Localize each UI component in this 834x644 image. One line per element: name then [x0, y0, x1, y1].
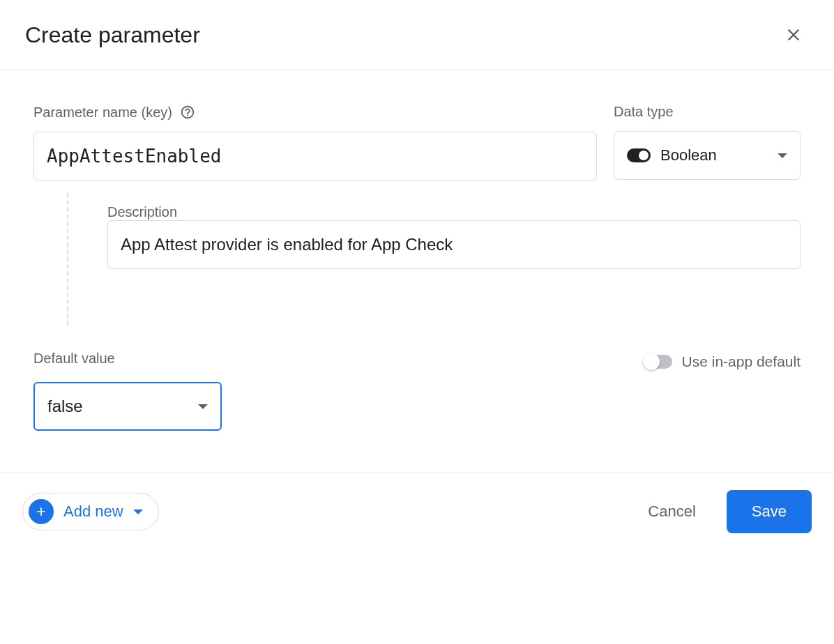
add-new-button[interactable]: Add new [22, 493, 159, 530]
tree-line [67, 193, 68, 325]
parameter-name-label-text: Parameter name (key) [33, 105, 172, 121]
description-content: Description [107, 193, 801, 325]
description-label: Description [107, 204, 177, 220]
dialog-header: Create parameter [0, 0, 834, 70]
default-value-label: Default value [33, 351, 222, 367]
description-input[interactable] [107, 220, 801, 269]
save-button[interactable]: Save [727, 490, 812, 533]
top-row: Parameter name (key) Data type Boolean [33, 104, 801, 181]
data-type-label: Data type [614, 104, 801, 120]
use-inapp-default-label: Use in-app default [682, 353, 801, 370]
create-parameter-dialog: Create parameter Parameter name (key) Da… [0, 0, 834, 550]
default-value-group: Default value false [33, 351, 222, 431]
use-inapp-default-group: Use in-app default [644, 353, 801, 370]
plus-icon [29, 499, 54, 524]
footer-actions: Cancel Save [634, 490, 812, 533]
description-section: Description [33, 193, 801, 325]
chevron-down-icon [778, 153, 787, 158]
data-type-select[interactable]: Boolean [614, 131, 801, 180]
boolean-icon [627, 148, 651, 162]
dialog-body: Parameter name (key) Data type Boolean [0, 70, 834, 473]
cancel-button[interactable]: Cancel [634, 494, 709, 529]
dialog-footer: Add new Cancel Save [0, 473, 834, 550]
close-button[interactable] [778, 20, 809, 50]
close-icon [784, 25, 803, 45]
parameter-name-input[interactable] [33, 132, 597, 181]
help-icon[interactable] [179, 104, 196, 121]
use-inapp-default-toggle[interactable] [644, 355, 672, 369]
data-type-group: Data type Boolean [614, 104, 801, 180]
data-type-value: Boolean [660, 146, 768, 164]
chevron-down-icon [133, 509, 143, 514]
default-value-section: Default value false Use in-app default [33, 351, 801, 431]
chevron-down-icon [198, 404, 208, 409]
default-value-select[interactable]: false [33, 382, 222, 431]
parameter-name-group: Parameter name (key) [33, 104, 597, 181]
add-new-label: Add new [63, 503, 123, 521]
dialog-title: Create parameter [25, 22, 200, 48]
parameter-name-label: Parameter name (key) [33, 104, 597, 121]
default-value-text: false [47, 397, 83, 416]
